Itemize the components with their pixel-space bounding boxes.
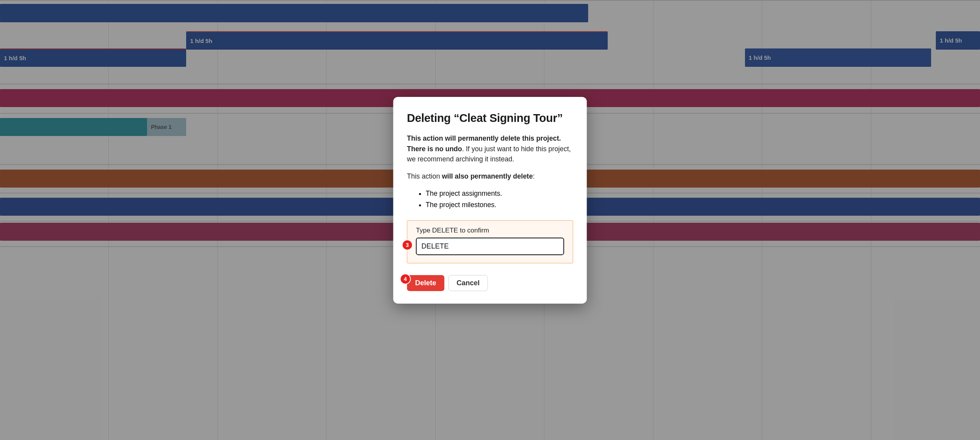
delete-project-modal: Deleting “Cleat Signing Tour” This actio… — [393, 97, 587, 303]
modal-title: Deleting “Cleat Signing Tour” — [407, 112, 573, 125]
cancel-button[interactable]: Cancel — [449, 275, 488, 291]
modal-also-delete: This action will also permanently delete… — [407, 171, 573, 181]
delete-button[interactable]: Delete — [407, 275, 445, 291]
confirm-input[interactable] — [416, 237, 564, 255]
modal-warning: This action will permanently delete this… — [407, 133, 573, 164]
confirm-box: 3 Type DELETE to confirm — [407, 220, 573, 263]
step-badge-3: 3 — [403, 240, 412, 249]
modal-actions: 4 Delete Cancel — [407, 275, 573, 291]
list-item: The project milestones. — [426, 200, 573, 210]
list-item: The project assignments. — [426, 188, 573, 199]
modal-delete-list: The project assignments. The project mil… — [426, 188, 573, 210]
confirm-label: Type DELETE to confirm — [416, 226, 564, 234]
